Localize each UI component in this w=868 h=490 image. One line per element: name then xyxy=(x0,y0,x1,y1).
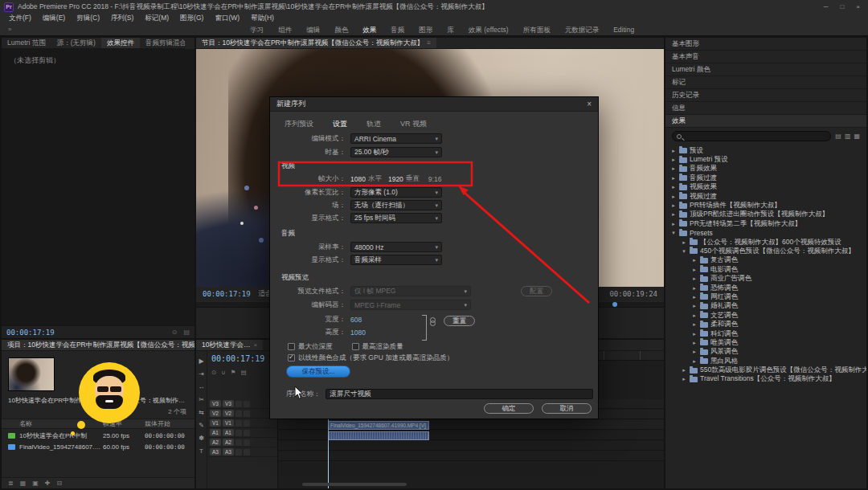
track-output-toggle[interactable] xyxy=(244,401,250,407)
track-target-badge[interactable]: A2 xyxy=(223,439,234,446)
video-clip[interactable]: FinalVideo_15942748607.41990.MP4 [V] xyxy=(328,421,429,430)
effects-bin-row[interactable]: ▸ 音频效果 xyxy=(665,165,866,174)
max-bit-depth-checkbox[interactable] xyxy=(288,343,295,350)
effects-bin-row[interactable]: ▸ 550款高级电影胶片调色预设【微信公众号：视频制作大叔】 xyxy=(665,365,866,374)
preview-width-value[interactable]: 608 xyxy=(350,316,362,324)
save-preset-button[interactable]: 保存预设... xyxy=(286,365,350,378)
twirl-icon[interactable]: ▸ xyxy=(691,267,698,273)
audio-clip[interactable] xyxy=(328,431,429,440)
workspace-tab[interactable]: 所有面板 xyxy=(516,23,558,36)
effects-bin-row[interactable]: ▸ Lumetri 预设 xyxy=(665,155,866,164)
track-target-badge[interactable]: V2 xyxy=(223,410,234,417)
effects-bin-row[interactable]: ▸ 顶级PR酷炫进出圈动作预设【视频制作大叔】 xyxy=(665,210,866,219)
sequence-name-input[interactable]: 滚屏尺寸视频 xyxy=(326,389,594,399)
effects-bin-row[interactable]: ▾ 450个视频调色预设【微信公众号：视频制作大叔】 xyxy=(665,247,866,255)
filter-yuv-icon[interactable]: ▦ xyxy=(854,133,860,140)
track-output-toggle[interactable] xyxy=(244,420,250,427)
workspace-tab[interactable]: 音频 xyxy=(383,23,411,36)
dialog-tab[interactable]: VR 视频 xyxy=(400,119,427,129)
source-patch-badge[interactable]: A2 xyxy=(210,439,221,446)
list-view-icon[interactable]: ≣ xyxy=(8,480,14,487)
project-item-row[interactable]: FinalVideo_15942748607.41990 60.00 fps 0… xyxy=(2,441,194,452)
reset-button[interactable]: 重置 xyxy=(444,316,475,326)
effects-bin-row[interactable]: ▸ 黑白风格 xyxy=(665,357,866,365)
twirl-icon[interactable]: ▸ xyxy=(670,202,677,209)
hand-icon[interactable]: ✽ xyxy=(199,435,204,442)
effects-bin-row[interactable]: ▸ 文艺调色 xyxy=(665,311,866,320)
max-quality-checkbox[interactable] xyxy=(352,343,359,350)
pen-icon[interactable]: ✎ xyxy=(199,422,204,429)
timebase-select[interactable]: 25.00 帧/秒▾ xyxy=(350,147,442,157)
track-lock-toggle[interactable] xyxy=(235,410,242,417)
source-patch-badge[interactable]: A3 xyxy=(210,448,221,455)
source-patch-badge[interactable]: V3 xyxy=(210,400,221,407)
workspace-tab[interactable]: 元数据记录 xyxy=(558,23,607,36)
effects-bin-row[interactable]: ▸ 视频过渡 xyxy=(665,192,866,201)
twirl-icon[interactable]: ▸ xyxy=(670,184,677,190)
twirl-icon[interactable]: ▸ xyxy=(670,157,677,163)
track-target-badge[interactable]: V3 xyxy=(223,400,234,407)
source-patch-badge[interactable]: V1 xyxy=(210,419,221,427)
marker-icon[interactable]: ⚑ xyxy=(231,369,236,376)
panel-tab[interactable]: 历史记录 xyxy=(665,89,866,102)
effects-bin-row[interactable]: ▾ Presets xyxy=(665,229,866,238)
twirl-icon[interactable]: ▸ xyxy=(670,194,677,200)
workspace-tab[interactable]: 效果 xyxy=(355,23,383,36)
panel-tab[interactable]: 基本图形 xyxy=(665,38,866,51)
new-item-icon[interactable]: ✚ xyxy=(45,480,51,487)
audio-track-header[interactable]: A3 A3 xyxy=(207,447,277,457)
new-bin-icon[interactable]: ▣ xyxy=(32,480,39,487)
twirl-icon[interactable]: ▸ xyxy=(670,148,677,154)
effects-bin-row[interactable]: ▸ 网红调色 xyxy=(665,292,866,301)
track-lock-toggle[interactable] xyxy=(235,420,242,427)
track-solo-toggle[interactable] xyxy=(244,430,250,436)
frame-width-value[interactable]: 1080 xyxy=(350,175,366,183)
track-lock-toggle[interactable] xyxy=(235,401,242,407)
dialog-tab[interactable]: 序列预设 xyxy=(285,119,313,129)
twirl-icon[interactable]: ▸ xyxy=(691,321,698,328)
twirl-icon[interactable]: ▸ xyxy=(691,285,698,292)
menu-item[interactable]: 图形(G) xyxy=(174,14,209,23)
frame-height-value[interactable]: 1920 xyxy=(388,175,403,183)
menu-item[interactable]: 编辑(E) xyxy=(37,14,71,23)
twirl-icon[interactable]: ▸ xyxy=(670,221,677,227)
linear-color-checkbox[interactable] xyxy=(288,354,295,361)
close-tab-icon[interactable]: × xyxy=(253,341,257,349)
sample-rate-select[interactable]: 48000 Hz▾ xyxy=(350,242,442,252)
ok-button[interactable]: 确定 xyxy=(484,403,534,414)
icon-view-icon[interactable]: ▦ xyxy=(20,480,27,487)
column-media-start[interactable]: 媒体开始 xyxy=(145,419,194,428)
effects-bin-row[interactable]: ▸ 视频效果 xyxy=(665,183,866,192)
video-track-header[interactable]: V2 V2 xyxy=(207,409,277,419)
twirl-icon[interactable]: ▾ xyxy=(670,230,677,236)
effects-bin-row[interactable]: ▸ 电影调色 xyxy=(665,265,866,274)
panel-tab[interactable]: 基本声音 xyxy=(665,51,866,63)
audio-track-header[interactable]: A1 A1 xyxy=(207,428,277,438)
source-patch-badge[interactable]: A1 xyxy=(210,429,221,436)
panel-tab[interactable]: 效果 xyxy=(665,115,866,128)
twirl-icon[interactable]: ▾ xyxy=(681,248,687,255)
timeline-timecode[interactable]: 00:00:17:19 xyxy=(211,354,264,363)
workspace-tab[interactable]: 组件 xyxy=(271,23,299,36)
filter-32bit-icon[interactable]: ▥ xyxy=(845,133,851,140)
track-mute-toggle[interactable] xyxy=(235,449,242,455)
track-solo-toggle[interactable] xyxy=(244,449,250,455)
snap-icon[interactable]: ∪ xyxy=(221,369,226,376)
panel-tab[interactable]: 信息 xyxy=(665,102,866,115)
fields-select[interactable]: 无场（逐行扫描）▾ xyxy=(350,200,442,210)
effects-bin-row[interactable]: ▸ PR转场插件【视频制作大叔】 xyxy=(665,201,866,210)
filter-accelerated-icon[interactable]: ▤ xyxy=(835,133,841,140)
panel-menu-icon[interactable]: ≡ xyxy=(427,39,431,47)
edit-mode-select[interactable]: ARRI Cinema▾ xyxy=(350,133,442,144)
track-select-icon[interactable]: ⇥ xyxy=(199,370,204,378)
effects-bin-row[interactable]: ▸ 婚礼调色 xyxy=(665,302,866,311)
type-icon[interactable]: T xyxy=(199,447,203,455)
menu-item[interactable]: 帮助(H) xyxy=(245,14,280,23)
twirl-icon[interactable]: ▸ xyxy=(691,303,698,309)
track-target-badge[interactable]: A1 xyxy=(223,429,234,436)
grid-icon[interactable]: ▤ xyxy=(241,369,247,376)
twirl-icon[interactable]: ▸ xyxy=(691,257,698,263)
twirl-icon[interactable]: ▸ xyxy=(691,276,698,282)
workspace-tab[interactable]: 库 xyxy=(440,23,461,36)
video-track-header[interactable]: V1 V1 xyxy=(207,419,277,428)
